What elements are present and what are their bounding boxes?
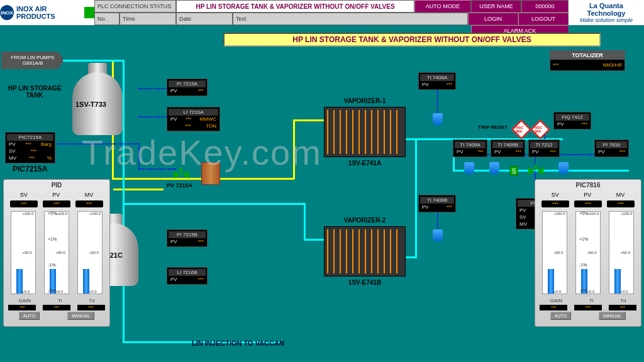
svg-rect-5 xyxy=(535,165,537,170)
svg-marker-0 xyxy=(174,171,180,178)
logo-r-l1: La Quanta xyxy=(589,2,623,9)
pic7816-step-up1[interactable]: +1% xyxy=(579,237,597,241)
pid-step-up5[interactable]: +5% xyxy=(48,211,65,216)
pid-title: PID xyxy=(4,180,109,190)
pid-sv-val: *** xyxy=(10,200,38,207)
pid-step-up1[interactable]: +1% xyxy=(48,237,65,241)
pic7816-step-dn1[interactable]: -1% xyxy=(579,263,597,267)
plc-status: PLC CONNECTION STATUS xyxy=(94,0,176,13)
trip-icon-2[interactable]: HSC 560 xyxy=(530,119,550,139)
vaporizer-2: VAPORIZER-2 1SV-E741B xyxy=(324,226,406,277)
tag-pi7816[interactable]: PI 7816 PV*** xyxy=(594,140,629,157)
svg-marker-4 xyxy=(537,167,543,175)
tag-li7216a[interactable]: LI 7216A PV***MMWC ***TON xyxy=(167,107,220,131)
small-tank xyxy=(201,162,220,185)
totalizer-val: *** xyxy=(553,62,558,68)
svg-marker-1 xyxy=(182,171,189,178)
pipe xyxy=(406,256,417,258)
pid-bars: +100.0+50.0+0.0 +100.0+50.0+0.0 +100.0+5… xyxy=(4,209,109,297)
sensor-ti7409b xyxy=(489,162,499,175)
pipe xyxy=(304,203,306,241)
pipe xyxy=(293,119,295,179)
trip-reset-label: TRIP RESET xyxy=(478,124,508,130)
tag-ti7408b[interactable]: TI 7408B PV*** xyxy=(418,195,456,212)
pid-pv-lbl: PV xyxy=(52,192,60,198)
main-title: HP LIN STORAGE TANK & VAPORIZER WITHOUT … xyxy=(223,33,601,47)
svg-text:S: S xyxy=(512,168,516,175)
logo-right: La Quanta Technology Make solution simpl… xyxy=(569,0,644,25)
control-line xyxy=(138,168,176,170)
lin-injection-label: LIN INJECTION TO VACCAN xyxy=(192,339,284,347)
pic7816-manual-button[interactable]: MANUAL xyxy=(599,312,626,320)
sensor-ti7409a xyxy=(464,162,474,175)
pic7816-auto-button[interactable]: AUTO xyxy=(550,312,571,320)
tag-pi7215b[interactable]: PI 7215B PV*** xyxy=(167,229,208,247)
logo-green-icon xyxy=(84,7,94,18)
tag-li7216b[interactable]: LI 7216B PV*** xyxy=(167,267,208,285)
totalizer-unit: NM3/HR xyxy=(602,62,622,68)
tag-ti7212[interactable]: TI 7212 PV*** xyxy=(528,140,560,157)
pid-faceplate-right[interactable]: PIC7816 SV PV MV *** *** *** +100.0+50.0… xyxy=(535,179,641,327)
hp-tank-label: HP LIN STORAGE TANK xyxy=(6,85,63,99)
logo-left-text: INOX AIR PRODUCTS xyxy=(16,5,82,20)
pid-faceplate-left[interactable]: PID SV PV MV *** *** *** +100.0+50.0+0.0… xyxy=(3,179,110,327)
auto-mode-button[interactable]: AUTO MODE xyxy=(414,0,471,13)
pic7816-step-dn5[interactable]: -5% xyxy=(579,288,597,293)
pid-mv-val: *** xyxy=(75,200,103,207)
pic7215a-big-label: PIC7215A xyxy=(13,165,47,173)
user-label: USER NAME xyxy=(471,0,521,13)
sensor-fiq xyxy=(558,162,569,175)
pipe xyxy=(63,60,125,62)
valve-pv7411[interactable] xyxy=(528,165,543,177)
trip-icon-1[interactable]: HSC 560 xyxy=(511,119,531,139)
valve-s[interactable]: S xyxy=(506,165,521,177)
tag-pic7215a[interactable]: PIC7215A PV***Barg SV*** MV***% xyxy=(5,132,55,163)
svg-marker-3 xyxy=(528,167,535,175)
control-line xyxy=(138,88,170,89)
from-l2: G891A/B xyxy=(23,60,43,66)
vaporizer-1: VAPORIZER-1 1SV-E741A xyxy=(324,107,406,157)
pid-step-dn5[interactable]: -5% xyxy=(48,288,65,293)
tag-ti7408a[interactable]: TI 7408A PV*** xyxy=(418,72,456,90)
col-date: Date xyxy=(176,13,233,25)
user-id: 000000 xyxy=(521,0,569,13)
header-title: HP LIN STORAGE TANK & VAPORIZER WITHOUT … xyxy=(176,0,414,13)
pic7816-title: PIC7816 xyxy=(535,180,641,190)
pic7816-step-up5[interactable]: +5% xyxy=(579,211,597,216)
pic7816-bars: +100.0+50.0+0.0 +100.0+50.0+0.0 +100.0+5… xyxy=(535,209,641,297)
vap2-bot: 1SV-E741B xyxy=(325,279,405,286)
from-l1: FROM LIN PUMPS xyxy=(11,55,55,60)
col-no: No. xyxy=(94,13,119,25)
header-mid: PLC CONNECTION STATUS HP LIN STORAGE TAN… xyxy=(94,0,569,25)
vap1-top: VAPORIZER-1 xyxy=(325,97,405,104)
pipe xyxy=(415,138,417,258)
pid-pv-val: *** xyxy=(43,200,70,207)
svg-rect-2 xyxy=(180,168,182,173)
tag-fiq7412[interactable]: FIQ 7412 PV*** xyxy=(553,112,591,129)
pid-sv-lbl: SV xyxy=(20,192,28,198)
top-bar: INOX INOX AIR PRODUCTS PLC CONNECTION ST… xyxy=(0,0,644,25)
pid-mv-lbl: MV xyxy=(85,192,94,198)
control-line xyxy=(138,116,170,118)
tank-t733: 1SV-T733 xyxy=(66,63,129,145)
totalizer-header: TOTALIZER xyxy=(550,51,625,60)
col-time: Time xyxy=(119,13,176,25)
pid-manual-button[interactable]: MANUAL xyxy=(67,312,94,320)
login-button[interactable]: LOGIN xyxy=(468,13,518,25)
valve-pv7215a[interactable] xyxy=(174,168,189,181)
inox-icon: INOX xyxy=(0,5,14,20)
totalizer[interactable]: TOTALIZER ***NM3/HR xyxy=(550,50,625,71)
tag-ti7409b[interactable]: TI 7409B PV*** xyxy=(491,140,525,157)
pid-step-dn1[interactable]: -1% xyxy=(48,263,65,267)
logout-button[interactable]: LOGOUT xyxy=(518,13,569,25)
pipe xyxy=(304,239,325,241)
pid-auto-button[interactable]: AUTO xyxy=(19,312,40,320)
pv7215a-label: PV 7215A xyxy=(167,182,192,189)
sensor-ti7408b xyxy=(433,229,443,242)
tag-header: PIC7215A xyxy=(7,134,53,141)
logo-r-l2: Technology xyxy=(587,9,626,17)
pipe xyxy=(293,119,325,121)
tank1-label: 1SV-T733 xyxy=(75,101,106,108)
tag-ti7409a[interactable]: TI 7409A PV*** xyxy=(453,140,487,157)
tag-pi7215a[interactable]: PI 7215A PV*** xyxy=(167,79,208,96)
